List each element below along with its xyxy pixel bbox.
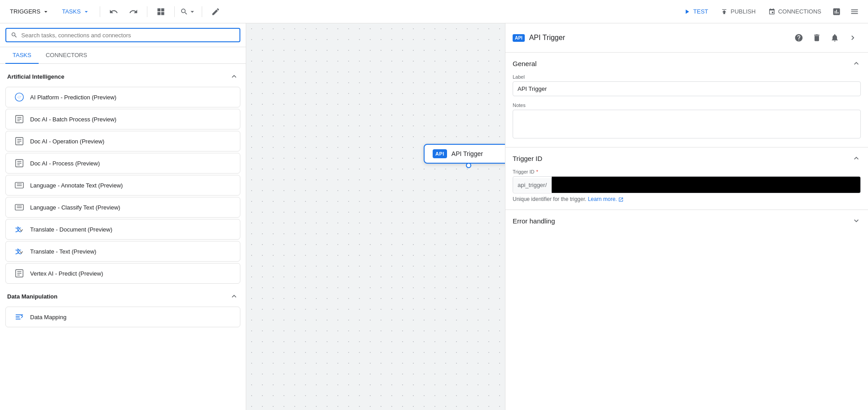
triggers-chevron-icon bbox=[42, 8, 49, 15]
undo-icon bbox=[109, 7, 118, 16]
tab-tasks[interactable]: TASKS bbox=[5, 47, 39, 64]
list-item[interactable]: 文 Translate - Text (Preview) bbox=[5, 241, 240, 262]
trigger-id-input-row: api_trigger/ bbox=[513, 176, 861, 193]
trigger-id-section-content: Trigger ID * api_trigger/ Unique identif… bbox=[505, 169, 868, 209]
trigger-id-section-header[interactable]: Trigger ID bbox=[505, 147, 868, 169]
layout-icon bbox=[156, 7, 165, 16]
vertex-ai-icon bbox=[13, 267, 26, 280]
list-item[interactable]: Data Mapping bbox=[5, 307, 240, 327]
tabs-row: TASKS CONNECTORS bbox=[0, 47, 246, 64]
right-panel: API API Trigger bbox=[505, 23, 868, 410]
trigger-id-section-title: Trigger ID bbox=[513, 155, 542, 162]
translate-text-label: Translate - Text (Preview) bbox=[30, 248, 96, 255]
label-field-label: Label bbox=[513, 74, 861, 80]
task-list: Artificial Intelligence AI Platform - Pr… bbox=[0, 64, 246, 410]
toolbar-divider-1 bbox=[100, 6, 100, 17]
doc-ai-op-icon bbox=[13, 135, 26, 147]
right-panel-badge: API bbox=[513, 34, 525, 42]
redo-button[interactable] bbox=[125, 4, 142, 20]
translate-text-icon: 文 bbox=[13, 245, 26, 258]
category-ai-label: Artificial Intelligence bbox=[7, 73, 64, 80]
error-handling-chevron-icon bbox=[852, 216, 861, 225]
connections-icon bbox=[768, 8, 775, 15]
label-input[interactable] bbox=[513, 81, 861, 96]
analytics-icon bbox=[832, 7, 841, 16]
tasks-label: TASKS bbox=[62, 8, 81, 15]
test-icon bbox=[683, 8, 691, 15]
lang-classify-label: Language - Classify Text (Preview) bbox=[30, 204, 120, 211]
tasks-dropdown[interactable]: TASKS bbox=[58, 5, 94, 18]
list-item[interactable]: 文 Translate - Document (Preview) bbox=[5, 219, 240, 240]
list-item[interactable]: Language - Classify Text (Preview) bbox=[5, 197, 240, 218]
right-panel-header: API API Trigger bbox=[505, 23, 868, 53]
label-field-wrapper: Label bbox=[513, 74, 861, 96]
list-item[interactable]: AI Platform - Prediction (Preview) bbox=[5, 87, 240, 107]
trigger-id-field-label: Trigger ID * bbox=[513, 169, 861, 174]
layout-button[interactable] bbox=[153, 4, 169, 20]
trigger-id-prefix: api_trigger/ bbox=[513, 178, 552, 192]
api-trigger-node[interactable]: API API Trigger bbox=[424, 144, 505, 164]
undo-button[interactable] bbox=[106, 4, 122, 20]
error-handling-section-title: Error handling bbox=[513, 217, 555, 225]
collapse-icon bbox=[848, 33, 857, 42]
menu-button[interactable] bbox=[846, 4, 863, 20]
translate-doc-label: Translate - Document (Preview) bbox=[30, 226, 112, 233]
trigger-connector bbox=[466, 163, 471, 168]
tab-connectors[interactable]: CONNECTORS bbox=[39, 47, 94, 64]
svg-point-1 bbox=[18, 95, 21, 98]
category-ai-chevron-icon bbox=[230, 72, 239, 81]
list-item[interactable]: Language - Annotate Text (Preview) bbox=[5, 175, 240, 196]
list-item[interactable]: Doc AI - Process (Preview) bbox=[5, 153, 240, 174]
api-badge: API bbox=[433, 149, 447, 158]
error-handling-section-header[interactable]: Error handling bbox=[505, 210, 868, 232]
ai-platform-label: AI Platform - Prediction (Preview) bbox=[30, 94, 116, 101]
list-item[interactable]: Doc AI - Operation (Preview) bbox=[5, 131, 240, 152]
publish-button[interactable]: PUBLISH bbox=[715, 5, 761, 18]
canvas[interactable]: API API Trigger bbox=[246, 23, 505, 410]
category-data[interactable]: Data Manipulation bbox=[0, 287, 246, 305]
zoom-icon bbox=[180, 7, 188, 16]
test-label: TEST bbox=[693, 8, 708, 15]
publish-label: PUBLISH bbox=[731, 8, 756, 15]
toolbar-divider-4 bbox=[202, 6, 202, 17]
search-input[interactable] bbox=[21, 32, 235, 39]
test-button[interactable]: TEST bbox=[678, 5, 713, 18]
lang-annotate-icon bbox=[13, 179, 26, 192]
doc-ai-op-label: Doc AI - Operation (Preview) bbox=[30, 138, 104, 145]
redo-icon bbox=[129, 7, 138, 16]
pen-tool-button[interactable] bbox=[208, 4, 224, 20]
general-section-title: General bbox=[513, 60, 536, 67]
category-ai[interactable]: Artificial Intelligence bbox=[0, 67, 246, 85]
collapse-button[interactable] bbox=[845, 30, 861, 46]
bell-icon bbox=[830, 33, 839, 42]
pen-icon bbox=[211, 7, 220, 16]
doc-ai-proc-label: Doc AI - Process (Preview) bbox=[30, 160, 100, 167]
analytics-button[interactable] bbox=[828, 4, 845, 20]
svg-rect-14 bbox=[15, 183, 23, 188]
trigger-node-label: API Trigger bbox=[452, 150, 483, 157]
external-link-icon bbox=[618, 197, 624, 202]
search-bar bbox=[0, 23, 246, 47]
trigger-id-value[interactable] bbox=[552, 177, 860, 193]
bell-button[interactable] bbox=[827, 30, 843, 46]
translate-doc-icon: 文 bbox=[13, 223, 26, 236]
triggers-dropdown[interactable]: TRIGGERS bbox=[5, 5, 54, 18]
connections-button[interactable]: CONNECTIONS bbox=[763, 5, 827, 18]
ai-platform-icon bbox=[13, 91, 26, 103]
notes-input[interactable] bbox=[513, 110, 861, 138]
trigger-id-hint: Unique identifier for the trigger. Learn… bbox=[513, 196, 861, 202]
toolbar-left: TRIGGERS TASKS bbox=[5, 4, 224, 20]
delete-button[interactable] bbox=[809, 30, 825, 46]
triggers-label: TRIGGERS bbox=[10, 8, 40, 15]
required-asterisk: * bbox=[536, 169, 538, 174]
zoom-button[interactable] bbox=[180, 4, 196, 20]
help-button[interactable] bbox=[791, 30, 807, 46]
delete-icon bbox=[812, 33, 821, 42]
connections-label: CONNECTIONS bbox=[778, 8, 821, 15]
learn-more-link[interactable]: Learn more. bbox=[588, 196, 624, 202]
general-section-header[interactable]: General bbox=[505, 53, 868, 74]
list-item[interactable]: Doc AI - Batch Process (Preview) bbox=[5, 109, 240, 129]
toolbar-divider-2 bbox=[147, 6, 147, 17]
notes-field-wrapper: Notes bbox=[513, 102, 861, 140]
list-item[interactable]: Vertex AI - Predict (Preview) bbox=[5, 263, 240, 284]
